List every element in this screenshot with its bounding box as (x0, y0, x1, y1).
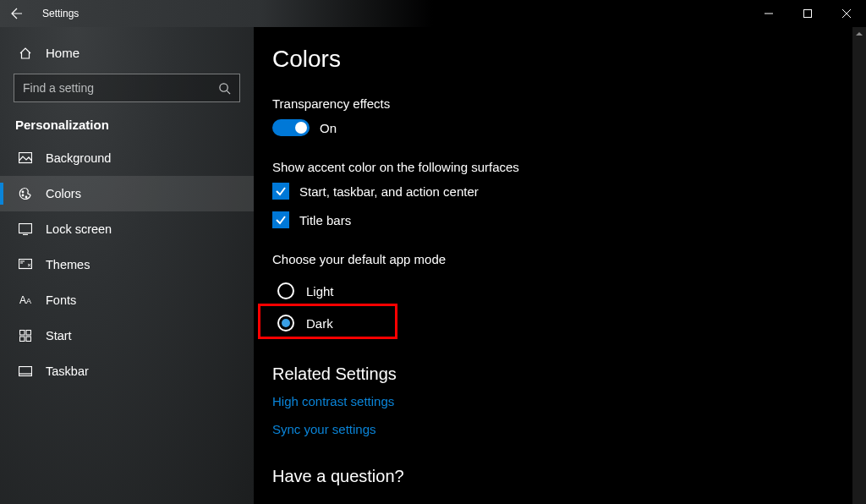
svg-point-5 (25, 196, 27, 198)
sidebar-item-fonts[interactable]: AA Fonts (0, 282, 254, 318)
sidebar-category: Personalization (0, 106, 254, 140)
search-field[interactable] (23, 81, 213, 95)
search-input[interactable] (14, 74, 240, 102)
radio-app-mode-light[interactable]: Light (272, 275, 846, 307)
sidebar-item-label: Fonts (46, 293, 76, 307)
radio-icon (277, 315, 294, 331)
sidebar-item-background[interactable]: Background (0, 140, 254, 176)
fonts-icon: AA (17, 294, 34, 306)
sidebar: Home Personalization (0, 27, 254, 504)
svg-rect-12 (19, 367, 32, 376)
scroll-up-icon[interactable] (852, 27, 866, 41)
checkbox-label: Start, taskbar, and action center (299, 184, 479, 199)
picture-icon (17, 152, 34, 164)
sidebar-item-taskbar[interactable]: Taskbar (0, 353, 254, 389)
radio-label: Light (306, 284, 334, 299)
svg-rect-2 (19, 153, 32, 163)
close-button[interactable] (827, 0, 866, 27)
home-label: Home (46, 46, 79, 60)
sidebar-item-colors[interactable]: Colors (0, 176, 254, 211)
radio-label: Dark (306, 316, 333, 331)
related-settings-heading: Related Settings (272, 364, 846, 384)
window-title: Settings (42, 8, 79, 19)
svg-rect-10 (20, 337, 25, 342)
sidebar-item-label: Taskbar (46, 364, 89, 378)
checkbox-start-taskbar-action-center[interactable]: Start, taskbar, and action center (272, 183, 846, 200)
toggle-knob (295, 122, 307, 134)
link-sync-settings[interactable]: Sync your settings (272, 422, 846, 436)
content-area: Colors Transparency effects On Show acce… (254, 27, 866, 504)
svg-point-3 (22, 191, 24, 193)
svg-rect-11 (26, 337, 31, 342)
svg-point-4 (22, 194, 24, 196)
svg-rect-9 (26, 331, 31, 336)
sidebar-item-start[interactable]: Start (0, 318, 254, 353)
sidebar-item-home[interactable]: Home (0, 37, 254, 68)
sidebar-item-label: Lock screen (46, 222, 112, 236)
home-icon (17, 47, 34, 60)
taskbar-icon (17, 366, 34, 376)
sidebar-item-label: Themes (46, 258, 90, 271)
titlebar: Settings (0, 0, 866, 27)
minimize-button[interactable] (749, 0, 788, 27)
lockscreen-icon (17, 223, 34, 235)
svg-rect-8 (20, 331, 25, 336)
start-icon (17, 330, 34, 342)
search-icon (218, 82, 231, 95)
svg-rect-7 (19, 260, 32, 269)
have-a-question-heading: Have a question? (272, 467, 846, 486)
maximize-button[interactable] (788, 0, 827, 27)
checkbox-icon (272, 211, 289, 228)
transparency-toggle[interactable] (272, 119, 310, 136)
page-title: Colors (272, 46, 846, 73)
app-mode-heading: Choose your default app mode (272, 252, 846, 266)
checkbox-label: Title bars (299, 213, 351, 227)
transparency-heading: Transparency effects (272, 96, 846, 111)
svg-rect-0 (804, 10, 812, 18)
sidebar-item-themes[interactable]: Themes (0, 247, 254, 282)
link-high-contrast[interactable]: High contrast settings (272, 394, 846, 408)
checkbox-icon (272, 183, 289, 200)
vertical-scrollbar[interactable] (852, 27, 866, 504)
palette-icon (17, 187, 34, 200)
checkbox-title-bars[interactable]: Title bars (272, 211, 846, 228)
radio-icon (277, 282, 294, 299)
sidebar-item-lockscreen[interactable]: Lock screen (0, 211, 254, 247)
sidebar-item-label: Background (46, 151, 111, 165)
sidebar-item-label: Start (46, 329, 72, 342)
accent-surfaces-heading: Show accent color on the following surfa… (272, 160, 846, 174)
themes-icon (17, 259, 34, 271)
radio-app-mode-dark[interactable]: Dark (272, 307, 846, 339)
svg-point-1 (220, 83, 227, 90)
back-button[interactable] (0, 0, 34, 27)
sidebar-item-label: Colors (46, 187, 81, 200)
svg-rect-6 (19, 224, 32, 233)
transparency-state: On (320, 121, 337, 135)
